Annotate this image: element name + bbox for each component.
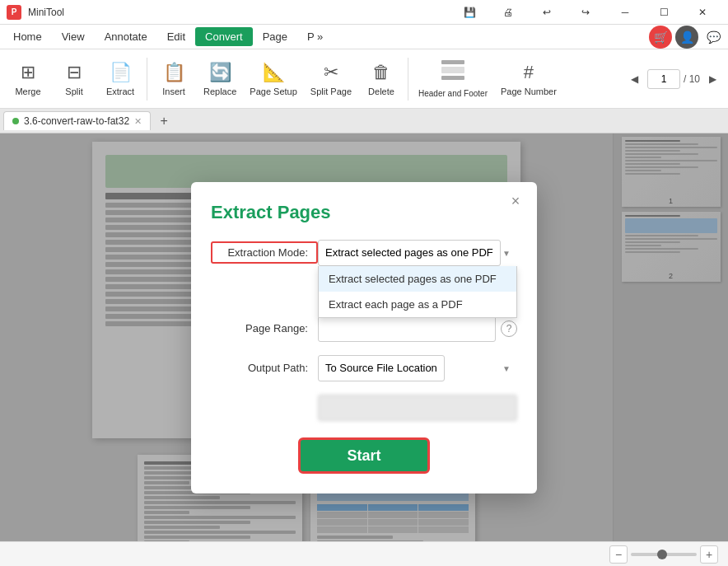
extraction-mode-row: Extraction Mode: Extract selected pages … [211, 240, 517, 266]
extraction-mode-select-wrap: Extract selected pages as one PDF Extrac… [318, 240, 517, 266]
extract-pages-modal: × Extract Pages Extraction Mode: Extract… [191, 182, 537, 493]
zoom-minus-btn[interactable]: − [609, 545, 628, 564]
menu-view[interactable]: View [52, 27, 95, 46]
chat-icon-btn[interactable]: 💬 [702, 26, 725, 49]
extract-label: Extract [106, 87, 134, 96]
zoom-plus-btn[interactable]: + [700, 545, 718, 564]
split-page-btn[interactable]: ✂ Split Page [306, 53, 357, 105]
tab-add-btn[interactable]: + [154, 111, 174, 131]
menu-bar: Home View Annotate Edit Convert Page P »… [0, 25, 728, 49]
page-range-label: Page Range: [211, 322, 318, 334]
output-path-row: Output Path: To Source File Location [211, 355, 517, 381]
merge-label: Merge [15, 87, 40, 96]
modal-close-btn[interactable]: × [506, 192, 525, 212]
undo-btn[interactable]: ↩ [528, 0, 566, 25]
tab-label: 3.6-convert-raw-to-fat32 [24, 115, 129, 127]
minimize-btn[interactable]: ─ [606, 0, 644, 25]
insert-btn[interactable]: 📋 Insert [152, 53, 195, 105]
delete-icon: 🗑 [372, 62, 390, 83]
svg-rect-0 [441, 60, 464, 64]
split-page-label: Split Page [310, 87, 352, 96]
replace-btn[interactable]: 🔄 Replace [198, 53, 241, 105]
menu-more[interactable]: P » [297, 27, 333, 46]
menu-convert[interactable]: Convert [195, 27, 253, 46]
page-range-help-icon[interactable]: ? [501, 320, 517, 337]
output-path-display-row [211, 395, 517, 421]
page-navigation: ◀ / 10 ▶ [626, 69, 721, 89]
zoom-controls: − + [609, 545, 718, 564]
extraction-mode-label: Extraction Mode: [211, 241, 318, 264]
page-setup-icon: 📐 [263, 62, 285, 83]
modal-title: Extract Pages [211, 202, 517, 223]
insert-label: Insert [162, 87, 185, 96]
header-footer-btn[interactable]: Header and Footer [413, 53, 492, 105]
close-btn[interactable]: ✕ [684, 0, 721, 25]
output-path-display-input[interactable] [318, 395, 517, 421]
svg-rect-1 [441, 67, 464, 73]
page-number-btn[interactable]: # Page Number [496, 53, 562, 105]
dropdown-item-1[interactable]: Extract selected pages as one PDF [319, 266, 516, 292]
menu-home[interactable]: Home [3, 27, 52, 46]
split-label: Split [65, 87, 82, 96]
start-btn[interactable]: Start [298, 437, 430, 474]
output-path-select[interactable]: To Source File Location [318, 355, 445, 381]
tab-bar: 3.6-convert-raw-to-fat32 ✕ + [0, 109, 728, 133]
toolbar-sep-2 [408, 58, 408, 101]
tab-close-btn[interactable]: ✕ [134, 116, 142, 127]
extract-btn[interactable]: 📄 Extract [99, 53, 142, 105]
toolbar: ⊞ Merge ⊟ Split 📄 Extract 📋 Insert 🔄 Rep… [0, 49, 728, 109]
delete-label: Delete [368, 87, 394, 96]
dropdown-item-2[interactable]: Extract each page as a PDF [319, 292, 516, 317]
main-area: 1 2 3 [0, 133, 728, 541]
logo-text: P [12, 7, 17, 16]
cart-icon-btn[interactable]: 🛒 [649, 26, 672, 49]
print-icon-btn[interactable]: 🖨 [489, 0, 527, 25]
user-icon-btn[interactable]: 👤 [675, 26, 698, 49]
tab-active-dot [12, 118, 19, 124]
menu-right-actions: 🛒 👤 💬 [649, 26, 725, 49]
output-path-label: Output Path: [211, 362, 318, 374]
page-prev-btn[interactable]: ◀ [626, 70, 644, 88]
extract-icon: 📄 [110, 62, 132, 83]
merge-icon: ⊞ [21, 62, 35, 83]
header-footer-label: Header and Footer [418, 89, 488, 99]
extraction-mode-dropdown: Extract selected pages as one PDF Extrac… [318, 266, 517, 318]
page-number-icon: # [524, 62, 534, 83]
split-page-icon: ✂ [324, 62, 338, 83]
replace-label: Replace [203, 87, 236, 96]
svg-rect-2 [441, 76, 464, 80]
page-range-row: Page Range: ? [211, 316, 517, 342]
page-range-input[interactable] [318, 316, 496, 342]
merge-btn[interactable]: ⊞ Merge [7, 53, 49, 105]
page-total: / 10 [684, 73, 700, 85]
zoom-handle [657, 550, 667, 559]
page-next-btn[interactable]: ▶ [703, 70, 721, 88]
modal-overlay: × Extract Pages Extraction Mode: Extract… [0, 133, 728, 541]
page-setup-btn[interactable]: 📐 Page Setup [245, 53, 302, 105]
delete-btn[interactable]: 🗑 Delete [360, 53, 403, 105]
status-bar: − + [0, 541, 728, 566]
title-bar: P MiniTool 💾 🖨 ↩ ↪ ─ ☐ ✕ [0, 0, 728, 25]
extraction-mode-select[interactable]: Extract selected pages as one PDF Extrac… [318, 240, 501, 266]
menu-page[interactable]: Page [253, 27, 297, 46]
app-title: MiniTool [28, 7, 441, 18]
tab-document[interactable]: 3.6-convert-raw-to-fat32 ✕ [3, 111, 151, 130]
page-setup-label: Page Setup [250, 87, 297, 96]
output-path-select-wrap: To Source File Location [318, 355, 517, 381]
window-controls: 💾 🖨 ↩ ↪ ─ ☐ ✕ [450, 0, 721, 25]
menu-annotate[interactable]: Annotate [95, 27, 157, 46]
app-logo: P [7, 5, 21, 20]
zoom-slider[interactable] [631, 553, 697, 556]
replace-icon: 🔄 [209, 62, 231, 83]
insert-icon: 📋 [163, 62, 185, 83]
header-footer-icon [440, 58, 466, 86]
page-number-label: Page Number [501, 87, 557, 96]
page-input[interactable] [647, 69, 680, 89]
menu-edit[interactable]: Edit [157, 27, 195, 46]
split-icon: ⊟ [67, 62, 82, 83]
save-icon-btn[interactable]: 💾 [450, 0, 488, 25]
maximize-btn[interactable]: ☐ [645, 0, 683, 25]
redo-btn[interactable]: ↪ [567, 0, 604, 25]
split-btn[interactable]: ⊟ Split [53, 53, 96, 105]
toolbar-sep-1 [147, 58, 147, 101]
